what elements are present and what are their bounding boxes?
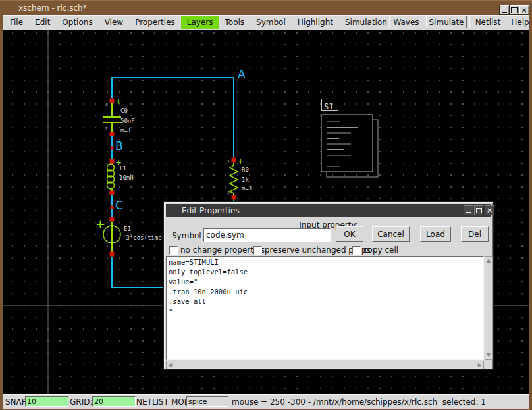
window-minimize-button[interactable] [499,5,510,15]
ok-button[interactable]: OK [336,226,363,242]
r0-value: 1k [242,177,249,183]
grid-input[interactable] [92,396,136,407]
c0-pin2-number: 2 [105,127,107,132]
menu-properties[interactable]: Properties [129,16,181,29]
statusbar: SNAP: GRID: NETLIST MODE: mouse = 250 -3… [3,394,529,409]
s1-name-box[interactable]: S1 [321,99,338,111]
preserve-unchanged-props-checkbox[interactable] [253,246,262,255]
property-text-wrapper: name=STIMULI only_toplevel=false value="… [166,256,484,360]
dialog-maximize-button[interactable] [474,205,484,215]
window-maximize-button[interactable] [509,5,519,15]
menu-file[interactable]: File [4,16,29,29]
del-button[interactable]: Del [461,226,489,242]
symbol-input[interactable] [203,228,331,242]
load-button[interactable]: Load [420,226,451,242]
cancel-button[interactable]: Cancel [372,226,410,242]
r0-name: R0 [242,167,249,173]
menu-tools[interactable]: Tools [219,16,251,29]
resistor-r0[interactable] [230,163,238,195]
dialog-titlebar[interactable]: Edit Properties × [166,204,491,217]
app-window-frame: xschem - rlc.sch* × File Edit Options Vi… [0,0,532,410]
window-close-button[interactable]: × [519,5,529,15]
dialog-close-button[interactable]: × [485,205,494,215]
menu-simulation[interactable]: Simulation [339,16,393,29]
snap-input[interactable] [25,396,68,407]
r0-pin2-number: 2 [227,191,230,195]
r0-plus-polarity-icon: + [237,157,244,165]
menu-layers[interactable]: Layers [181,16,219,29]
waves-button[interactable]: Waves [389,16,423,28]
horizontal-scrollbar[interactable]: ◀ ▶ [166,361,484,369]
symbol-label: Symbol [172,231,201,240]
netlist-mode-input[interactable] [186,396,228,407]
property-textarea[interactable]: name=STIMULI only_toplevel=false value="… [167,257,483,359]
close-icon: × [487,207,492,214]
scroll-up-icon[interactable]: ▲ [487,258,491,263]
l1-name: l1 [119,166,126,172]
e1-plus-polarity-icon: + [95,218,105,230]
window-title: xschem - rlc.sch* [18,3,87,13]
e1-name: E1 [124,226,131,232]
menubar: File Edit Options View Properties Layers… [3,15,529,30]
node-label-c[interactable]: C [115,200,123,211]
source-e1[interactable] [103,222,120,255]
s1-name: S1 [322,102,333,111]
copy-cell-label: copy cell [363,245,398,255]
menu-edit[interactable]: Edit [29,16,56,29]
vertical-scrollbar[interactable]: ▲ ▼ [485,256,493,360]
wire-e1-bottom[interactable] [112,257,169,288]
minimize-icon [466,212,471,213]
simulate-button[interactable]: Simulate [426,16,467,28]
edit-properties-dialog: Edit Properties × Input property: Symbol… [163,201,494,370]
inductor-l1[interactable] [107,163,115,191]
c0-mult: m=1 [120,128,131,134]
scroll-right-icon[interactable]: ▶ [478,363,482,368]
r0-pin1-number: 1 [227,160,230,165]
dialog-minimize-button[interactable] [464,205,473,215]
menu-view[interactable]: View [99,16,129,29]
scroll-down-icon[interactable]: ▼ [487,353,491,358]
node-label-a[interactable]: A [238,69,246,80]
menu-options[interactable]: Options [56,16,98,29]
c0-plus-polarity-icon: + [115,97,122,105]
menu-highlight[interactable]: Highlight [292,16,339,29]
c0-pin1-number: 1 [105,103,107,107]
c0-value: 50nF [120,118,135,124]
scroll-left-icon[interactable]: ◀ [168,363,172,368]
grid-label: GRID: [70,397,92,407]
minimize-icon [502,12,507,13]
menu-symbol[interactable]: Symbol [250,16,292,29]
no-change-properties-checkbox[interactable] [169,246,178,255]
dialog-title: Edit Properties [182,206,240,215]
c0-name: C0 [120,108,128,114]
no-change-properties-label: no change properties [180,245,265,255]
copy-cell-checkbox[interactable] [352,246,361,255]
netlist-button[interactable]: Netlist [469,16,506,28]
maximize-icon [511,7,518,13]
code-symbol-s1[interactable] [321,115,378,177]
node-label-b[interactable]: B [115,141,123,152]
r0-mult: m=1 [242,186,252,192]
menu-help[interactable]: Help [510,16,531,28]
l1-value: 10mH [119,175,134,181]
close-icon: × [521,7,527,14]
mouse-status-text: mouse = 250 -300 - /mnt/x/home/schippes/… [232,397,486,407]
maximize-icon [476,208,482,213]
window-titlebar[interactable]: xschem - rlc.sch* × [0,1,532,15]
